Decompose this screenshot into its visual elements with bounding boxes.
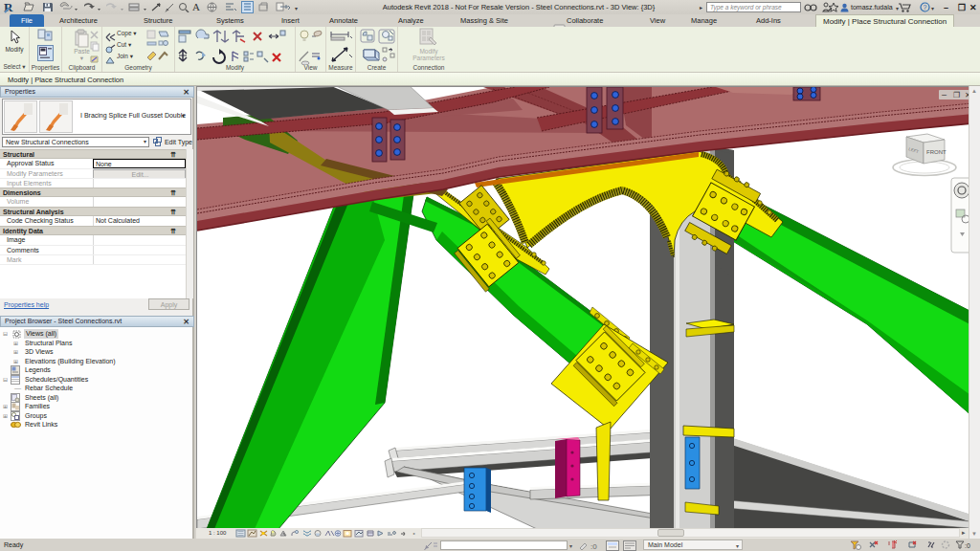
svg-text:–: – xyxy=(942,90,947,99)
svg-text:?: ? xyxy=(924,4,927,11)
svg-text::0: :0 xyxy=(590,542,597,550)
svg-text::0: :0 xyxy=(965,542,970,549)
svg-text:A: A xyxy=(192,1,200,12)
svg-text:❐: ❐ xyxy=(953,91,960,99)
svg-text:FRONT: FRONT xyxy=(926,149,947,155)
